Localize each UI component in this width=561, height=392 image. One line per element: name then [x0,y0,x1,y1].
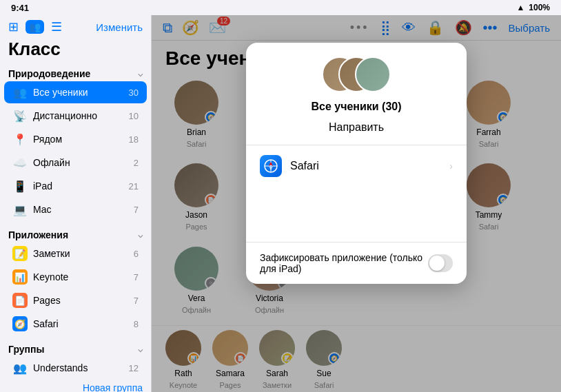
nearby-label: Рядом [33,134,123,145]
modal-toggle-knob [429,256,445,271]
list-icon[interactable]: ☰ [51,19,62,34]
keynote-label: Keynote [33,271,128,282]
all-students-label: Все ученики [33,87,123,98]
nearby-count: 18 [129,134,139,145]
understands-count: 12 [129,363,139,373]
mac-label: Mac [33,204,128,215]
ipad-count: 21 [129,181,139,192]
sidebar-item-mac[interactable]: 💻 Mac 7 [4,198,147,220]
section-priroda-chevron: ⌵ [138,69,143,79]
status-bar: 9:41 ▲ 100% [0,0,561,15]
wifi-icon: ▲ [516,3,524,12]
new-group-button[interactable]: Новая группа [0,380,151,392]
sidebar-item-understands[interactable]: 👥 Understands 12 [4,357,147,379]
ipad-label: iPad [33,180,123,192]
modal-avatar-stack [322,56,391,95]
battery-label: 100% [529,3,550,12]
sidebar-item-pages[interactable]: 📄 Pages 7 [4,289,147,311]
grid-icon[interactable]: ⊞ [8,19,19,34]
keynote-icon: 📊 [12,269,28,285]
modal-bottom: Зафиксировать приложение (только для iPa… [246,242,467,284]
mac-count: 7 [134,205,139,215]
nearby-icon: 📍 [12,132,28,147]
modal-app-row[interactable]: Safari › [246,145,467,187]
people-icon[interactable]: 👥 [26,20,44,34]
sidebar-item-keynote[interactable]: 📊 Keynote 7 [4,266,147,288]
sidebar-item-notes[interactable]: 📝 Заметки 6 [4,243,147,265]
sidebar: ⊞ 👥 ☰ Изменить Класс Природоведение ⌵ 👥 … [0,15,152,392]
understands-icon: 👥 [12,360,28,375]
sidebar-item-ipad[interactable]: 📱 iPad 21 [4,175,147,197]
section-groups-label: Группы [8,344,44,355]
sidebar-item-remote[interactable]: 📡 Дистанционно 10 [4,105,147,127]
remote-count: 10 [129,111,139,121]
modal-safari-icon [260,155,282,177]
modal-lock-label: Зафиксировать приложение (только для iPa… [260,252,428,274]
status-time: 9:41 [11,3,29,13]
modal-top: Все ученики (30) Направить [246,43,467,145]
modal-overlay[interactable]: Все ученики (30) Направить Saf [152,15,561,392]
offline-label: Офлайн [33,157,128,168]
understands-label: Understands [33,362,123,373]
section-groups[interactable]: Группы ⌵ [0,341,151,356]
sidebar-item-offline[interactable]: ☁️ Офлайн 2 [4,152,147,174]
modal-avatar-group [322,56,391,95]
safari-label: Safari [33,318,128,329]
notes-icon: 📝 [12,246,28,261]
section-priroda-label: Природоведение [8,68,90,79]
sidebar-item-all-students[interactable]: 👥 Все ученики 30 [4,81,147,103]
remote-label: Дистанционно [33,110,123,121]
mac-icon: 💻 [12,202,28,217]
offline-count: 2 [134,158,139,168]
section-priroda[interactable]: Природоведение ⌵ [0,65,151,81]
ipad-icon: 📱 [12,178,28,194]
offline-icon: ☁️ [12,155,28,170]
modal-toggle[interactable] [428,254,453,272]
remote-icon: 📡 [12,108,28,123]
edit-button[interactable]: Изменить [96,21,143,33]
app-container: ⊞ 👥 ☰ Изменить Класс Природоведение ⌵ 👥 … [0,15,561,392]
status-right: ▲ 100% [516,3,550,12]
main-content: ⧉ 🧭 ✉️ 12 ••• ⣿ 👁 🔒 🔕 ••• Выбрать Все уч… [152,15,561,392]
section-groups-chevron: ⌵ [138,344,143,354]
sidebar-header: ⊞ 👥 ☰ Изменить [0,15,151,36]
all-students-count: 30 [129,87,139,98]
notes-label: Заметки [33,248,128,259]
sidebar-header-icons: ⊞ 👥 ☰ [8,19,62,34]
safari-icon: 🧭 [12,316,28,331]
modal-spacer [246,187,467,242]
sidebar-title: Класс [0,36,151,65]
pages-label: Pages [33,295,128,306]
sidebar-item-safari[interactable]: 🧭 Safari 8 [4,313,147,335]
modal-group-label: Все ученики (30) [311,101,401,113]
section-apps[interactable]: Приложения ⌵ [0,227,151,242]
modal-app-name: Safari [290,160,441,172]
modal-send-button[interactable]: Направить [329,118,384,136]
section-apps-chevron: ⌵ [138,230,143,240]
keynote-count: 7 [134,272,139,282]
pages-count: 7 [134,296,139,306]
all-students-icon: 👥 [12,85,28,100]
sidebar-item-nearby[interactable]: 📍 Рядом 18 [4,128,147,150]
notes-count: 6 [134,249,139,259]
modal-chevron-icon: › [449,161,453,172]
safari-count: 8 [134,319,139,329]
modal-avatar-3 [355,56,391,92]
modal: Все ученики (30) Направить Saf [246,43,467,284]
section-apps-label: Приложения [8,229,68,240]
pages-icon: 📄 [12,293,28,308]
